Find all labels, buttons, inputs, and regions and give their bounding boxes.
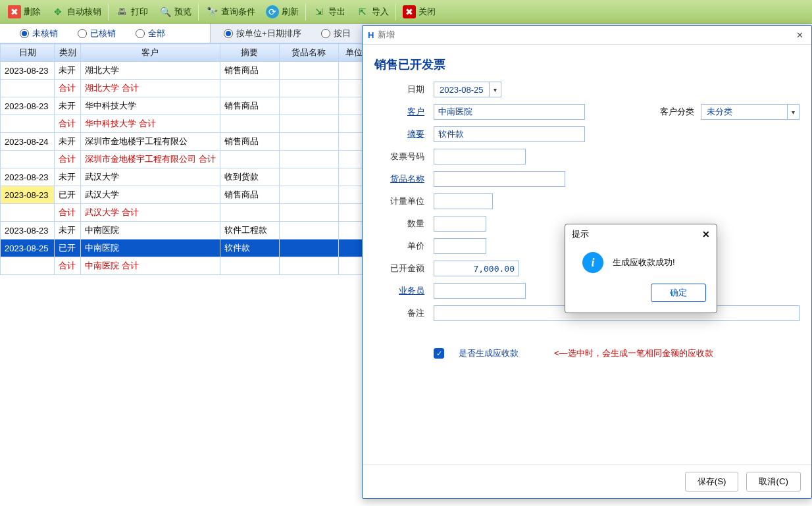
print-button[interactable]: 🖶 打印 xyxy=(110,2,153,22)
label-amount: 已开金额 xyxy=(374,263,424,274)
cancel-button[interactable]: 取消(C) xyxy=(746,472,801,492)
qty-input[interactable] xyxy=(434,216,486,232)
col-category[interactable]: 类别 xyxy=(55,44,81,62)
import-button[interactable]: ⇱ 导入 xyxy=(351,2,394,22)
cell-customer: 华中科技大学 合计 xyxy=(81,115,220,133)
radio-dot-selected-icon xyxy=(20,29,29,38)
query-button[interactable]: 🔭 查询条件 xyxy=(200,2,261,22)
cell-summary: 销售商品 xyxy=(220,97,279,115)
customer-input[interactable] xyxy=(434,104,585,120)
label-price: 单价 xyxy=(374,240,424,252)
delete-button[interactable]: ✖ 删除 xyxy=(3,2,46,22)
cell-summary xyxy=(220,80,279,97)
filter-all-label: 全部 xyxy=(148,28,165,39)
price-input[interactable] xyxy=(434,238,486,254)
filter-all[interactable]: 全部 xyxy=(136,28,165,39)
cell-summary xyxy=(220,204,279,222)
label-sales[interactable]: 业务员 xyxy=(374,285,424,297)
cell-product xyxy=(279,115,338,133)
row-unit: 计量单位 xyxy=(374,193,799,209)
filter-not-written[interactable]: 未核销 xyxy=(20,28,58,39)
export-label: 导出 xyxy=(328,6,345,18)
chevron-down-icon[interactable]: ▾ xyxy=(787,105,799,119)
cell-customer: 中南医院 xyxy=(81,240,220,257)
label-date: 日期 xyxy=(374,84,424,95)
radio-dot-icon xyxy=(136,29,145,38)
close-label: 关闭 xyxy=(419,6,436,18)
label-qty: 数量 xyxy=(374,218,424,230)
date-dropdown[interactable]: 2023-08-25 ▾ xyxy=(434,82,501,97)
col-summary[interactable]: 摘要 xyxy=(220,44,279,62)
cell-summary: 销售商品 xyxy=(220,133,279,151)
filter-bar: 未核销 已核销 全部 xyxy=(0,24,211,43)
separator xyxy=(305,3,306,20)
delete-icon: ✖ xyxy=(8,5,21,18)
cell-category: 合计 xyxy=(55,151,81,168)
cell-product xyxy=(279,133,338,151)
cell-product xyxy=(279,257,338,275)
label-unit: 计量单位 xyxy=(374,195,424,207)
cell-category: 合计 xyxy=(55,80,81,97)
amount-input[interactable] xyxy=(434,261,519,276)
product-input[interactable] xyxy=(434,171,565,187)
prompt-title: 提示 xyxy=(572,228,589,240)
sort-date[interactable]: 按日 xyxy=(321,28,351,39)
cell-summary xyxy=(220,115,279,133)
sort-unit-date-label: 按单位+日期排序 xyxy=(236,28,301,39)
dialog-title: 销售已开发票 xyxy=(374,57,799,72)
refresh-button[interactable]: ⟳ 刷新 xyxy=(261,2,304,22)
summary-input[interactable] xyxy=(434,126,585,142)
cell-customer: 湖北大学 合计 xyxy=(81,80,220,97)
prompt-ok-button[interactable]: 确定 xyxy=(651,284,706,302)
cell-category: 合计 xyxy=(55,204,81,222)
gen-receivable-checkbox[interactable]: ✓ xyxy=(434,348,444,359)
export-button[interactable]: ⇲ 导出 xyxy=(307,2,351,22)
close-button[interactable]: ✖ 关闭 xyxy=(397,2,441,22)
preview-button[interactable]: 🔍 预览 xyxy=(153,2,197,22)
cell-summary: 销售商品 xyxy=(220,186,279,204)
dialog-window-title: 新增 xyxy=(378,29,395,41)
col-customer[interactable]: 客户 xyxy=(81,44,220,62)
cell-category: 未开 xyxy=(55,133,81,151)
delete-label: 删除 xyxy=(24,6,41,18)
prompt-footer: 确定 xyxy=(565,276,717,313)
cell-customer: 深圳市金地楼宇工程有限公 xyxy=(81,133,220,151)
preview-label: 预览 xyxy=(174,6,191,18)
dialog-close-button[interactable]: ✕ xyxy=(793,28,806,41)
import-label: 导入 xyxy=(372,6,389,18)
import-icon: ⇱ xyxy=(356,5,369,18)
save-button[interactable]: 保存(S) xyxy=(685,472,739,492)
label-product[interactable]: 货品名称 xyxy=(374,173,424,185)
cell-category: 已开 xyxy=(55,240,81,257)
unit-input[interactable] xyxy=(434,193,493,209)
col-product[interactable]: 货品名称 xyxy=(279,44,338,62)
auto-writeoff-label: 自动核销 xyxy=(67,6,101,18)
cell-category: 合计 xyxy=(55,115,81,133)
separator xyxy=(395,3,396,20)
prompt-body: i 生成应收款成功! xyxy=(565,244,717,276)
sales-input[interactable] xyxy=(434,283,526,299)
prompt-close-button[interactable]: ✕ xyxy=(702,229,710,240)
filter-written[interactable]: 已核销 xyxy=(78,28,116,39)
cell-category: 未开 xyxy=(55,168,81,186)
date-value: 2023-08-25 xyxy=(434,85,489,95)
gen-receivable-label: 是否生成应收款 xyxy=(459,347,519,359)
customer-cat-dropdown[interactable]: 未分类 ▾ xyxy=(701,104,799,120)
chevron-down-icon[interactable]: ▾ xyxy=(489,82,501,97)
printer-icon: 🖶 xyxy=(115,5,128,18)
app-logo-icon: H xyxy=(368,30,374,40)
close-icon: ✕ xyxy=(702,229,710,240)
col-date[interactable]: 日期 xyxy=(1,44,55,62)
cell-customer: 武汉大学 合计 xyxy=(81,204,220,222)
invoice-no-input[interactable] xyxy=(434,149,526,164)
cell-category: 未开 xyxy=(55,97,81,115)
row-customer: 客户 客户分类 未分类 ▾ xyxy=(374,104,799,120)
close-icon: ✕ xyxy=(796,30,803,40)
dialog-footer: 保存(S) 取消(C) xyxy=(363,465,811,498)
cell-date xyxy=(1,204,55,222)
gen-receivable-hint: <—选中时，会生成一笔相同金额的应收款 xyxy=(554,347,713,359)
auto-writeoff-button[interactable]: ✥ 自动核销 xyxy=(46,2,107,22)
label-summary[interactable]: 摘要 xyxy=(374,128,424,140)
sort-unit-date[interactable]: 按单位+日期排序 xyxy=(224,28,301,39)
label-customer[interactable]: 客户 xyxy=(374,106,424,118)
